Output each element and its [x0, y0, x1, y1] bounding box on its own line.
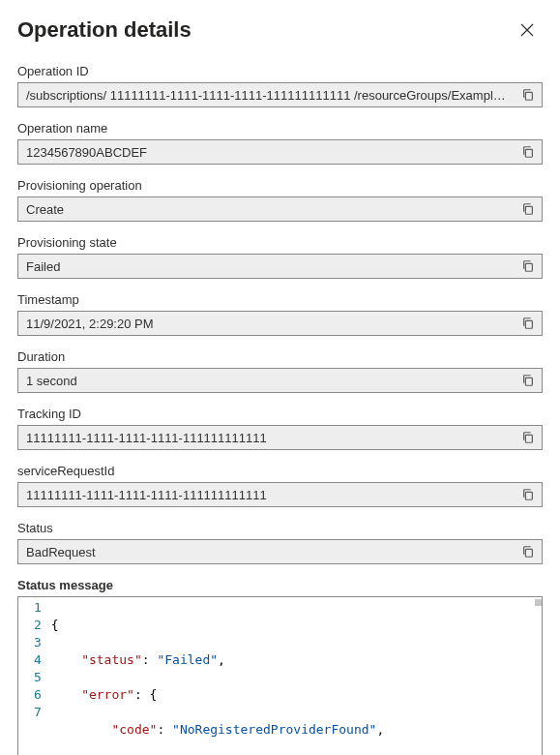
field-value-box: 1 second	[17, 368, 543, 393]
field-value-box: /subscriptions/ 11111111-1111-1111-1111-…	[17, 82, 543, 107]
field-operation-id: Operation ID /subscriptions/ 11111111-11…	[17, 64, 543, 107]
copy-icon	[521, 259, 535, 273]
field-value-box: 11/9/2021, 2:29:20 PM	[17, 311, 543, 336]
field-label: Duration	[17, 349, 543, 364]
svg-rect-8	[525, 549, 532, 557]
field-label: Operation name	[17, 121, 543, 136]
svg-rect-5	[525, 378, 532, 385]
field-label: Operation ID	[17, 64, 543, 78]
field-value-text: Failed	[18, 259, 515, 274]
field-value-box: 11111111-1111-1111-1111-111111111111	[17, 425, 543, 450]
editor-code[interactable]: { "status": "Failed", "error": { "code":…	[51, 597, 542, 755]
field-duration: Duration 1 second	[17, 349, 543, 393]
copy-icon	[521, 317, 535, 330]
copy-button[interactable]	[515, 426, 542, 449]
field-value-text: /subscriptions/ 11111111-1111-1111-1111-…	[18, 88, 515, 103]
copy-button[interactable]	[515, 83, 542, 106]
line-number: 3	[34, 634, 42, 651]
copy-button[interactable]	[515, 197, 542, 221]
copy-button[interactable]	[515, 312, 542, 335]
svg-rect-4	[525, 320, 532, 328]
field-label: Provisioning state	[17, 235, 543, 250]
field-value-box: 1234567890ABCDEF	[17, 139, 543, 165]
copy-button[interactable]	[515, 483, 542, 506]
copy-icon	[521, 488, 535, 501]
panel-scroll-area[interactable]: Operation ID /subscriptions/ 11111111-11…	[0, 48, 560, 755]
line-number: 6	[34, 686, 42, 704]
field-label: Status	[17, 521, 543, 535]
scrollbar-thumb-vertical-marker[interactable]	[535, 599, 542, 606]
line-number: 7	[34, 704, 42, 721]
field-value-text: 11111111-1111-1111-1111-111111111111	[18, 488, 515, 502]
line-number: 2	[34, 617, 42, 634]
operation-details-panel: Operation details Operation ID /subscrip…	[0, 0, 560, 755]
field-value-text: 11111111-1111-1111-1111-111111111111	[18, 431, 515, 445]
code-line: "error": {	[51, 686, 542, 704]
copy-icon	[521, 545, 535, 559]
panel-title: Operation details	[17, 17, 192, 43]
field-label: Provisioning operation	[17, 178, 543, 193]
line-number: 4	[34, 651, 42, 669]
code-line: "status": "Failed",	[51, 651, 542, 669]
copy-icon	[521, 88, 535, 102]
copy-icon	[521, 145, 535, 159]
field-service-request-id: serviceRequestId 11111111-1111-1111-1111…	[17, 464, 543, 507]
copy-icon	[521, 202, 535, 216]
copy-button[interactable]	[515, 540, 542, 563]
copy-button[interactable]	[515, 255, 542, 278]
line-number: 1	[34, 599, 42, 617]
field-provisioning-state: Provisioning state Failed	[17, 235, 543, 279]
field-status: Status BadRequest	[17, 521, 543, 564]
field-value-text: 1 second	[18, 374, 515, 388]
field-value-box: Failed	[17, 254, 543, 279]
field-tracking-id: Tracking ID 11111111-1111-1111-1111-1111…	[17, 407, 543, 450]
field-provisioning-operation: Provisioning operation Create	[17, 178, 543, 222]
copy-icon	[521, 374, 535, 387]
field-timestamp: Timestamp 11/9/2021, 2:29:20 PM	[17, 292, 543, 336]
copy-button[interactable]	[515, 369, 542, 392]
field-operation-name: Operation name 1234567890ABCDEF	[17, 121, 543, 165]
field-value-text: 1234567890ABCDEF	[18, 145, 515, 160]
field-status-message: Status message 1 2 3 4 5 6 7 { "status":…	[17, 578, 543, 755]
field-label: Timestamp	[17, 292, 543, 307]
svg-rect-2	[525, 206, 532, 214]
line-number: 5	[34, 669, 42, 686]
status-message-editor[interactable]: 1 2 3 4 5 6 7 { "status": "Failed", "err…	[17, 596, 543, 755]
field-value-box: Create	[17, 196, 543, 222]
svg-rect-1	[525, 149, 532, 157]
svg-rect-7	[525, 492, 532, 499]
svg-rect-0	[525, 92, 532, 100]
field-value-box: 11111111-1111-1111-1111-111111111111	[17, 482, 543, 507]
field-value-text: 11/9/2021, 2:29:20 PM	[18, 317, 515, 331]
close-icon	[519, 22, 535, 38]
field-value-box: BadRequest	[17, 539, 543, 564]
close-button[interactable]	[516, 18, 539, 42]
field-label: Status message	[17, 578, 543, 592]
svg-rect-3	[525, 263, 532, 271]
field-label: serviceRequestId	[17, 464, 543, 478]
panel-header: Operation details	[0, 0, 560, 48]
editor-gutter: 1 2 3 4 5 6 7	[18, 597, 51, 755]
svg-rect-6	[525, 435, 532, 442]
copy-button[interactable]	[515, 140, 542, 164]
code-line: "code": "NoRegisteredProviderFound",	[51, 721, 542, 739]
field-value-text: Create	[18, 202, 515, 217]
field-label: Tracking ID	[17, 407, 543, 421]
field-value-text: BadRequest	[18, 545, 515, 559]
code-line: {	[51, 617, 542, 634]
copy-icon	[521, 431, 535, 444]
